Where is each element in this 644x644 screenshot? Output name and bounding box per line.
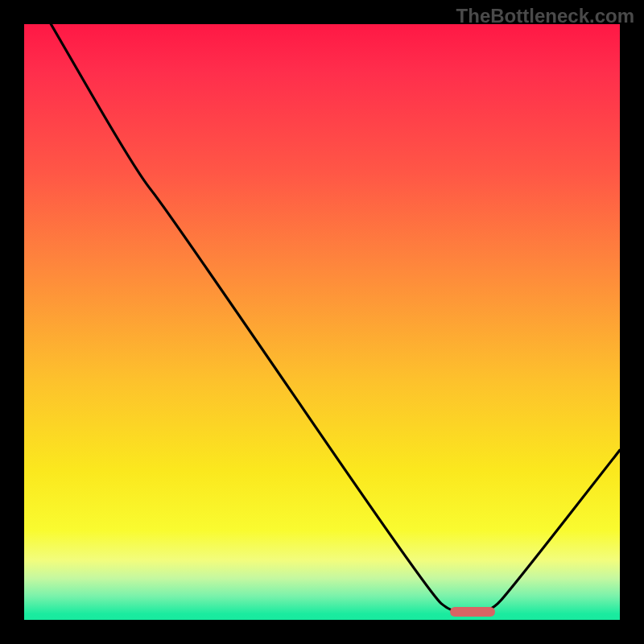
watermark-text: TheBottleneck.com [456, 5, 634, 27]
plot-area [24, 24, 620, 620]
bottleneck-curve [24, 24, 620, 620]
optimal-marker [450, 607, 495, 617]
axis-border-bottom [0, 620, 644, 644]
axis-border-right [620, 0, 644, 644]
axis-border-left [0, 0, 24, 644]
chart-frame: TheBottleneck.com [0, 0, 644, 644]
